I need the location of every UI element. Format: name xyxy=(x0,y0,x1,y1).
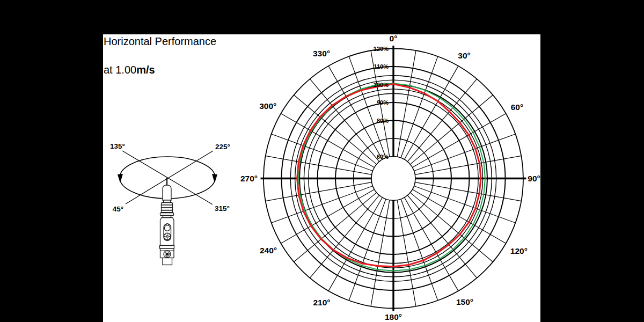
polar-angle-label-0: 0° xyxy=(390,34,398,43)
horizontal-performance-polar-chart: 120%110%100%90%80%60%0°30°60°90°120°150°… xyxy=(240,34,540,321)
polar-angle-label-210: 210° xyxy=(313,298,330,307)
polar-spokes xyxy=(261,46,526,311)
polar-spoke-70 xyxy=(414,134,516,171)
rotation-arrow-left-icon xyxy=(118,174,123,183)
polar-angle-label-240: 240° xyxy=(260,246,277,255)
polar-spoke-160 xyxy=(401,199,438,301)
radial-tick-label-60: 60% xyxy=(377,153,389,160)
polar-spoke-340 xyxy=(349,56,386,158)
polar-spoke-20 xyxy=(401,56,438,158)
polar-spoke-200 xyxy=(349,199,386,301)
polar-angle-labels: 0°30°60°90°120°150°180°210°240°270°300°3… xyxy=(240,34,540,321)
rotation-angle-label-45: 45° xyxy=(113,205,123,213)
page-background: Horizontal Performance at 1.00m/s 135°22… xyxy=(0,0,644,322)
polar-angle-label-180: 180° xyxy=(385,312,402,321)
radial-tick-label-90: 90% xyxy=(377,99,389,106)
sensor-probe-drawing xyxy=(160,178,174,265)
polar-spoke-110 xyxy=(414,186,516,223)
rotation-angle-label-135: 135° xyxy=(110,142,125,150)
polar-angle-label-30: 30° xyxy=(458,51,470,60)
radial-tick-label-80: 80% xyxy=(377,118,389,124)
polar-angle-label-300: 300° xyxy=(259,101,276,111)
rotation-angle-label-315: 315° xyxy=(215,204,230,213)
polar-spoke-250 xyxy=(272,186,373,223)
figure-canvas: 135°225°45°315° 120%110%100%90%80%60%0°3… xyxy=(0,0,644,322)
polar-angle-label-60: 60° xyxy=(511,103,523,112)
polar-angle-label-90: 90° xyxy=(528,174,540,183)
sensor-rotation-diagram: 135°225°45°315° xyxy=(110,142,230,265)
polar-angle-label-330: 330° xyxy=(313,49,330,58)
rotation-angle-label-225: 225° xyxy=(215,143,230,151)
polar-ring-60 xyxy=(371,157,415,201)
radial-tick-label-110: 110% xyxy=(374,63,389,70)
radial-tick-label-100: 100% xyxy=(374,82,389,88)
polar-spoke-290 xyxy=(272,134,373,171)
rotation-arrow-right-icon xyxy=(212,174,217,183)
polar-angle-label-270: 270° xyxy=(240,174,258,183)
series-red-line xyxy=(297,84,481,267)
polar-angle-label-150: 150° xyxy=(456,297,473,306)
radial-tick-label-120: 120% xyxy=(374,46,389,52)
polar-angle-label-120: 120° xyxy=(510,246,528,255)
